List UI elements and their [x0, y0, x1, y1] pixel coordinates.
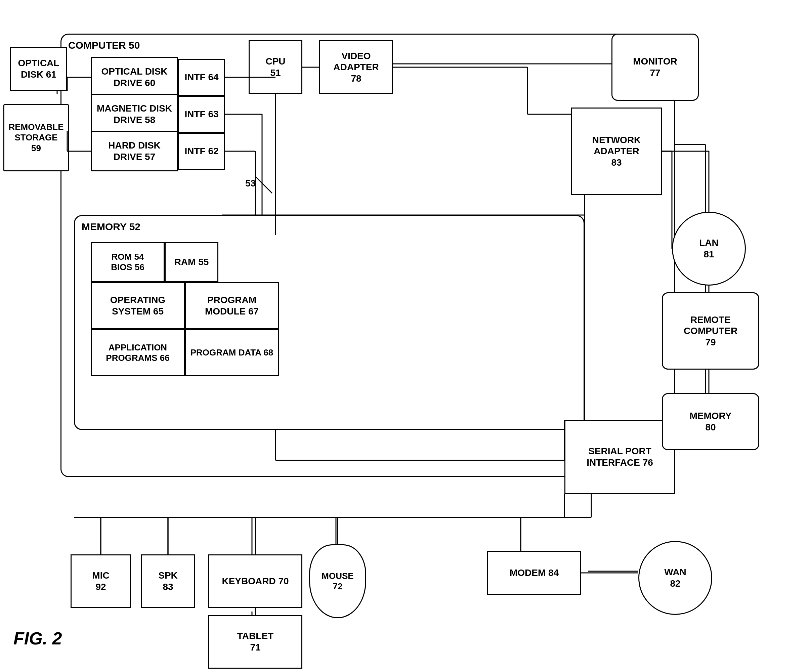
program-data-box: PROGRAM DATA 68 [185, 329, 279, 377]
network-adapter-box: NETWORK ADAPTER 83 [571, 108, 662, 195]
optical-disk-box: OPTICAL DISK 61 [10, 47, 67, 91]
os-box: OPERATING SYSTEM 65 [91, 282, 185, 329]
serial-port-box: SERIAL PORT INTERFACE 76 [564, 420, 675, 494]
remote-computer-box: REMOTE COMPUTER 79 [662, 292, 759, 370]
ram-box: RAM 55 [165, 242, 218, 282]
program-module-box: PROGRAM MODULE 67 [185, 282, 279, 329]
spk-box: SPK 83 [141, 554, 195, 608]
memory-label: MEMORY 52 [82, 221, 140, 233]
video-adapter-box: VIDEO ADAPTER 78 [319, 41, 393, 94]
hard-disk-drive-box: HARD DISK DRIVE 57 [91, 131, 178, 171]
monitor-box: MONITOR 77 [611, 34, 699, 101]
cpu-box: CPU 51 [249, 41, 302, 94]
optical-disk-drive-box: OPTICAL DISK DRIVE 60 [91, 57, 178, 98]
intf62-box: INTF 62 [178, 133, 225, 170]
rom-bios-box: ROM 54 BIOS 56 [91, 242, 165, 282]
wan-box: WAN 82 [638, 541, 712, 615]
intf63-box: INTF 63 [178, 96, 225, 133]
keyboard-box: KEYBOARD 70 [208, 554, 302, 608]
memory-remote-box: MEMORY 80 [662, 393, 759, 450]
intf64-box: INTF 64 [178, 59, 225, 96]
modem-box: MODEM 84 [487, 551, 581, 595]
bus-label-53: 53 [245, 178, 256, 189]
magnetic-disk-drive-box: MAGNETIC DISK DRIVE 58 [91, 94, 178, 134]
fig-label: FIG. 2 [14, 628, 62, 648]
mic-box: MIC 92 [71, 554, 131, 608]
removable-storage-box: REMOVABLE STORAGE 59 [3, 104, 69, 171]
app-programs-box: APPLICATION PROGRAMS 66 [91, 329, 185, 377]
computer-label: COMPUTER 50 [68, 39, 140, 51]
mouse-box: MOUSE 72 [309, 544, 366, 618]
tablet-box: TABLET 71 [208, 615, 302, 669]
diagram: COMPUTER 50 CPU 51 VIDEO ADAPTER 78 MONI… [0, 0, 810, 672]
lan-box: LAN 81 [672, 212, 746, 285]
